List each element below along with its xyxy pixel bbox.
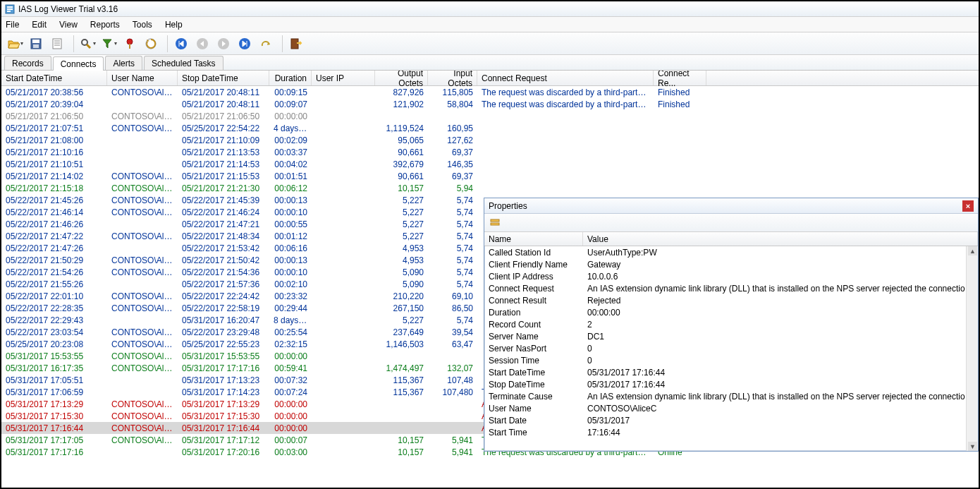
property-value: An IAS extension dynamic link library (D…	[583, 284, 978, 294]
table-row[interactable]: 05/21/2017 21:07:51CONTOSO\AliceC05/25/2…	[1, 122, 979, 134]
open-button[interactable]: ▾	[6, 35, 24, 53]
nav-last-button[interactable]	[235, 35, 254, 53]
property-row[interactable]: Session Time0	[484, 354, 978, 366]
cell: 05/22/2017 21:46:14	[1, 207, 107, 217]
col-request[interactable]: Connect Request	[477, 71, 654, 85]
col-stop[interactable]: Stop DateTime	[178, 71, 269, 85]
property-row[interactable]: Client Friendly NameGateway	[484, 258, 978, 270]
col-user[interactable]: User Name	[107, 71, 178, 85]
cell: 05/21/2017 21:14:53	[178, 159, 269, 169]
redo-button[interactable]	[257, 35, 275, 53]
property-name: Record Count	[484, 320, 583, 330]
cell: 5,227	[375, 315, 428, 325]
property-value: CONTOSO\AliceC	[583, 404, 978, 413]
property-row[interactable]: Connect ResultRejected	[484, 294, 978, 306]
property-value: 05/31/2017	[583, 416, 978, 425]
property-row[interactable]: User NameCONTOSO\AliceC	[484, 402, 978, 414]
panel-header: Name Value	[484, 232, 978, 246]
table-row[interactable]: 05/21/2017 21:06:50CONTOSO\AliceC05/21/2…	[1, 110, 979, 122]
col-userip[interactable]: User IP	[312, 71, 375, 85]
table-row[interactable]: 05/21/2017 20:39:0405/21/2017 20:48:1100…	[1, 98, 979, 110]
menu-help[interactable]: Help	[165, 20, 183, 30]
property-value: 05/31/2017 17:16:44	[583, 380, 978, 390]
col-output-octets[interactable]: Output Octets	[375, 71, 428, 85]
scroll-down-icon[interactable]: ▼	[968, 442, 977, 451]
panel-col-value[interactable]: Value	[583, 232, 978, 246]
cell: 05/31/2017 17:14:23	[178, 387, 269, 397]
svg-rect-7	[53, 39, 61, 49]
bookmark-button[interactable]	[121, 35, 139, 53]
tab-alerts[interactable]: Alerts	[105, 56, 142, 70]
property-row[interactable]: Stop DateTime05/31/2017 17:16:44	[484, 378, 978, 390]
table-row[interactable]: 05/21/2017 21:08:0005/21/2017 21:10:0900…	[1, 134, 979, 146]
report-button[interactable]	[48, 35, 66, 53]
col-start[interactable]: Start DateTime	[1, 71, 107, 85]
cell: 05/22/2017 21:53:42	[178, 243, 269, 253]
property-row[interactable]: Record Count2	[484, 318, 978, 330]
cell: 69,37	[428, 171, 477, 181]
panel-scrollbar[interactable]: ▲ ▼	[966, 246, 978, 451]
cell: 5,227	[375, 207, 428, 217]
property-row[interactable]: Connect RequestAn IAS extension dynamic …	[484, 282, 978, 294]
cell: The request was discarded by a third-par…	[477, 99, 654, 109]
table-row[interactable]: 05/21/2017 21:14:02CONTOSO\AliceC05/21/2…	[1, 170, 979, 182]
table-row[interactable]: 05/21/2017 21:15:18CONTOSO\AliceC05/21/2…	[1, 182, 979, 194]
tab-connects[interactable]: Connects	[53, 56, 104, 71]
cell: 5,227	[375, 231, 428, 241]
nav-next-button[interactable]	[214, 35, 233, 53]
panel-body[interactable]: Called Station IdUserAuthType:PWClient F…	[484, 246, 978, 438]
panel-col-name[interactable]: Name	[484, 232, 583, 246]
tab-records[interactable]: Records	[4, 56, 51, 70]
property-row[interactable]: Client IP Address10.0.0.6	[484, 270, 978, 282]
property-row[interactable]: Start DateTime05/31/2017 17:16:44	[484, 366, 978, 378]
property-name: Start DateTime	[484, 368, 583, 378]
panel-titlebar[interactable]: Properties ×	[484, 198, 978, 214]
property-row[interactable]: Start Time17:16:44	[484, 426, 978, 438]
property-row[interactable]: Start Date05/31/2017	[484, 414, 978, 426]
property-value: 17:16:44	[583, 428, 978, 437]
scroll-up-icon[interactable]: ▲	[968, 246, 977, 255]
cell: 05/22/2017 21:47:26	[1, 243, 107, 253]
table-row[interactable]: 05/21/2017 21:10:5105/21/2017 21:14:5300…	[1, 158, 979, 170]
cell: 05/31/2017 17:13:29	[178, 399, 269, 409]
menu-edit[interactable]: Edit	[32, 20, 47, 30]
cell: 05/31/2017 17:06:59	[1, 387, 107, 397]
panel-categorize-button[interactable]	[487, 215, 503, 231]
tab-scheduled[interactable]: Scheduled Tasks	[144, 56, 223, 70]
nav-first-button[interactable]	[172, 35, 190, 53]
filter-button[interactable]: ▾	[99, 35, 118, 53]
cell: 05/25/2017 22:54:22	[178, 123, 269, 133]
menu-file[interactable]: File	[6, 20, 19, 30]
cell: 05/31/2017 17:16:44	[178, 423, 269, 433]
table-row[interactable]: 05/21/2017 20:38:56CONTOSO\AliceC05/21/2…	[1, 86, 979, 98]
search-button[interactable]: ▾	[78, 35, 97, 53]
refresh-button[interactable]	[142, 35, 160, 53]
table-row[interactable]: 05/21/2017 21:10:1605/21/2017 21:13:5300…	[1, 146, 979, 158]
property-name: Terminate Cause	[484, 392, 583, 402]
cell: 00:06:12	[269, 183, 312, 193]
property-row[interactable]: Called Station IdUserAuthType:PW	[484, 246, 978, 258]
col-input-octets[interactable]: Input Octets	[428, 71, 477, 85]
col-duration[interactable]: Duration	[269, 71, 312, 85]
exit-button[interactable]	[287, 35, 305, 53]
menu-reports[interactable]: Reports	[90, 20, 120, 30]
property-value: 00:00:00	[583, 308, 978, 318]
nav-prev-button[interactable]	[193, 35, 212, 53]
cell: 05/25/2017 22:55:23	[178, 339, 269, 349]
col-result[interactable]: Connect Re...	[654, 71, 706, 85]
property-row[interactable]: Duration00:00:00	[484, 306, 978, 318]
cell: 10,157	[375, 183, 428, 193]
property-row[interactable]: Server NasPort0	[484, 342, 978, 354]
property-row[interactable]: Terminate CauseAn IAS extension dynamic …	[484, 390, 978, 402]
property-name: Client Friendly Name	[484, 260, 583, 270]
menu-bar: File Edit View Reports Tools Help	[1, 17, 979, 32]
panel-close-button[interactable]: ×	[962, 200, 974, 212]
menu-view[interactable]: View	[59, 20, 78, 30]
menu-tools[interactable]: Tools	[133, 20, 152, 30]
panel-grid: Name Value Called Station IdUserAuthType…	[484, 232, 978, 451]
cell: 107,48	[428, 375, 477, 385]
cell: 05/22/2017 22:29:43	[1, 315, 107, 325]
save-button[interactable]	[27, 35, 45, 53]
property-row[interactable]: Server NameDC1	[484, 330, 978, 342]
property-value: 2	[583, 320, 978, 330]
